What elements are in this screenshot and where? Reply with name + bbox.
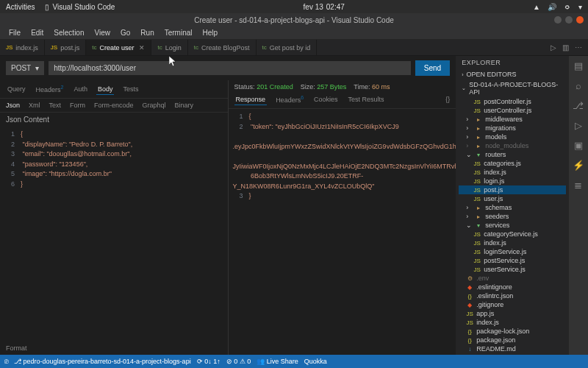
project-section[interactable]: ⌄SD-014-A-PROJECT-BLOGS-API bbox=[456, 79, 569, 97]
tree-item[interactable]: JSindex.js bbox=[459, 168, 566, 177]
extensions-icon[interactable]: ▣ bbox=[574, 140, 583, 151]
bodytab-json[interactable]: Json bbox=[6, 102, 20, 109]
tree-item[interactable]: JSloginService.js bbox=[459, 247, 566, 256]
bodytab-xml[interactable]: Xml bbox=[29, 102, 40, 109]
tree-item[interactable]: ⚙.env bbox=[459, 274, 566, 283]
git-branch[interactable]: ⎇ pedro-douglas-pereira-barreto-sd-014-a… bbox=[14, 358, 191, 365]
sync-status[interactable]: ⟳ 0↓ 1↑ bbox=[197, 358, 220, 365]
bodytab-graphql[interactable]: Graphql bbox=[143, 102, 166, 109]
run-icon[interactable]: ▷ bbox=[551, 43, 556, 52]
tab-create-user[interactable]: tcCreate user✕ bbox=[86, 40, 151, 55]
format-button[interactable]: Format bbox=[0, 342, 228, 355]
tree-item[interactable]: JSlogin.js bbox=[459, 177, 566, 185]
tree-item[interactable]: ↓README.md bbox=[459, 344, 566, 353]
tree-item[interactable]: ◆.gitignore bbox=[459, 300, 566, 309]
resptab-headers[interactable]: Headers6 bbox=[274, 93, 305, 105]
source-control-icon[interactable]: ⎇ bbox=[573, 100, 584, 111]
reqtab-tests[interactable]: Tests bbox=[121, 84, 140, 94]
bodytab-binary[interactable]: Binary bbox=[175, 102, 194, 109]
debug-icon[interactable]: ▷ bbox=[575, 120, 582, 131]
menu-edit[interactable]: Edit bbox=[26, 27, 48, 38]
tab-post.js[interactable]: JSpost.js bbox=[45, 40, 86, 55]
remote-icon[interactable]: ⎚ bbox=[4, 358, 8, 365]
activities-label[interactable]: Activities bbox=[6, 3, 35, 11]
network-icon[interactable]: ▲ bbox=[533, 3, 540, 11]
tree-item[interactable]: JSpostService.js bbox=[459, 256, 566, 265]
tree-item[interactable]: ›▸seeders bbox=[459, 212, 566, 221]
quokka-status[interactable]: Quokka bbox=[304, 358, 327, 365]
tab-create-blogpost[interactable]: tcCreate BlogPost bbox=[188, 40, 257, 55]
menu-file[interactable]: File bbox=[4, 27, 25, 38]
menu-go[interactable]: Go bbox=[116, 27, 135, 38]
files-icon[interactable]: ▤ bbox=[574, 60, 583, 71]
braces-icon[interactable]: {} bbox=[445, 96, 450, 103]
tree-item[interactable]: ›▸node_modules bbox=[459, 141, 566, 150]
bodytab-form-encode[interactable]: Form-encode bbox=[94, 102, 134, 109]
menu-help[interactable]: Help bbox=[198, 27, 223, 38]
tree-item[interactable]: JSpostController.js bbox=[459, 97, 566, 106]
tree-item[interactable]: ›▸migrations bbox=[459, 124, 566, 132]
split-editor-icon[interactable]: ▥ bbox=[562, 43, 569, 52]
menu-view[interactable]: View bbox=[90, 27, 115, 38]
json-icon: {} bbox=[466, 328, 473, 335]
database-icon[interactable]: ≣ bbox=[574, 180, 582, 191]
folder-icon: ▸ bbox=[475, 134, 482, 141]
resptab-test-results[interactable]: Test Results bbox=[347, 94, 386, 105]
search-icon[interactable]: ⌕ bbox=[576, 80, 581, 91]
menu-caret-icon[interactable]: ▾ bbox=[578, 3, 582, 11]
window-titlebar: Create user - sd-014-a-project-blogs-api… bbox=[0, 13, 588, 26]
folder-icon: ▸ bbox=[475, 125, 482, 132]
tab-index.js[interactable]: JSindex.js bbox=[0, 40, 45, 55]
tree-item[interactable]: {}.eslintrc.json bbox=[459, 291, 566, 300]
tree-item[interactable]: ›▸middlewares bbox=[459, 115, 566, 124]
live-share[interactable]: 👥 Live Share bbox=[257, 358, 298, 365]
more-icon[interactable]: ⋯ bbox=[575, 43, 582, 52]
minimize-button[interactable] bbox=[554, 16, 562, 24]
tree-item[interactable]: JSindex.js bbox=[459, 238, 566, 247]
power-icon[interactable]: ⭘ bbox=[564, 3, 571, 11]
tree-item[interactable]: JSuser.js bbox=[459, 194, 566, 203]
open-editors-section[interactable]: ›OPEN EDITORS bbox=[456, 69, 569, 79]
tree-item[interactable]: JSindex.js bbox=[459, 318, 566, 327]
bodytab-text[interactable]: Text bbox=[49, 102, 62, 109]
tree-item[interactable]: JSapp.js bbox=[459, 309, 566, 318]
json-icon: {} bbox=[466, 337, 473, 344]
request-tabs: QueryHeaders2AuthBodyTests bbox=[0, 80, 228, 99]
problems-status[interactable]: ⊘ 0 ⚠ 0 bbox=[226, 358, 251, 365]
tree-item[interactable]: JScategories.js bbox=[459, 159, 566, 168]
volume-icon[interactable]: 🔊 bbox=[548, 3, 556, 11]
tree-item[interactable]: ⌄▾services bbox=[459, 221, 566, 230]
tree-item[interactable]: {}package-lock.json bbox=[459, 327, 566, 336]
reqtab-query[interactable]: Query bbox=[6, 84, 27, 94]
menu-terminal[interactable]: Terminal bbox=[160, 27, 197, 38]
tree-item[interactable]: JSuserService.js bbox=[459, 265, 566, 274]
maximize-button[interactable] bbox=[565, 16, 573, 24]
bodytab-form[interactable]: Form bbox=[70, 102, 85, 109]
tab-login[interactable]: tcLogin bbox=[151, 40, 187, 55]
thunder-icon[interactable]: ⚡ bbox=[573, 160, 584, 171]
app-indicator[interactable]: ▯Visual Studio Code bbox=[45, 3, 115, 11]
tree-item[interactable]: ›▸models bbox=[459, 132, 566, 141]
response-body-viewer[interactable]: 1{2 "token": "eyJhbGciOiJIUzI1NiIsInR5cC… bbox=[229, 109, 456, 355]
reqtab-body[interactable]: Body bbox=[96, 84, 115, 95]
reqtab-auth[interactable]: Auth bbox=[72, 84, 89, 94]
request-body-editor[interactable]: 1{2 "displayName": "Pedro D. P. Barreto"… bbox=[0, 127, 228, 342]
menu-selection[interactable]: Selection bbox=[49, 27, 88, 38]
menu-run[interactable]: Run bbox=[136, 27, 158, 38]
status-bar: ⎚ ⎇ pedro-douglas-pereira-barreto-sd-014… bbox=[0, 355, 588, 368]
tree-item[interactable]: ◆.eslintignore bbox=[459, 283, 566, 291]
tree-item[interactable]: {}package.json bbox=[459, 336, 566, 344]
send-button[interactable]: Send bbox=[415, 60, 450, 76]
tree-item[interactable]: ›▸schemas bbox=[459, 203, 566, 212]
close-window-button[interactable] bbox=[576, 16, 584, 24]
tree-item[interactable]: JSpost.js bbox=[459, 185, 566, 194]
resptab-response[interactable]: Response bbox=[234, 94, 268, 105]
tree-item[interactable]: JScategoryService.js bbox=[459, 230, 566, 238]
tab-get-post-by-id[interactable]: tcGet post by id bbox=[257, 40, 318, 55]
reqtab-headers[interactable]: Headers2 bbox=[35, 83, 65, 95]
tree-item[interactable]: JSuserController.js bbox=[459, 106, 566, 115]
tree-item[interactable]: ⌄▾routers bbox=[459, 150, 566, 159]
url-input[interactable] bbox=[49, 61, 411, 75]
http-method-select[interactable]: POST▾ bbox=[6, 61, 44, 75]
resptab-cookies[interactable]: Cookies bbox=[312, 94, 340, 105]
